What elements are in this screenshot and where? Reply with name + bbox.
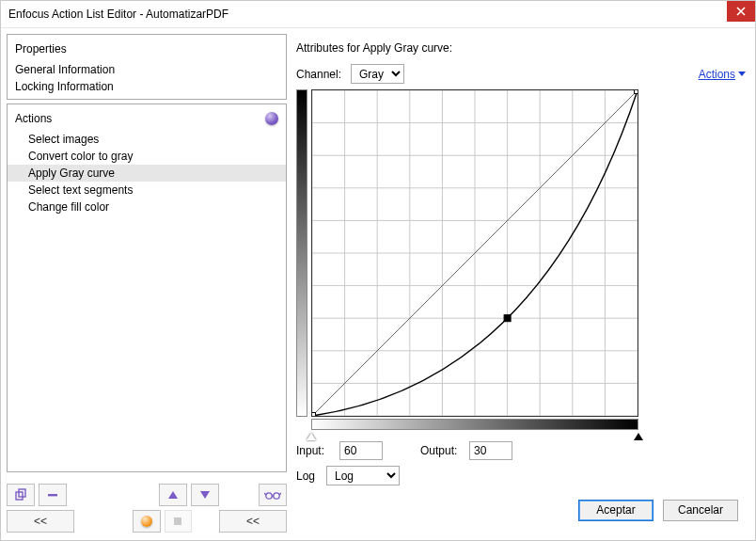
curve-svg — [312, 90, 638, 416]
sphere-purple-icon — [265, 112, 278, 125]
move-up-button[interactable] — [159, 484, 187, 506]
actions-list: Select images Convert color to gray Appl… — [8, 131, 286, 468]
action-item-select-text[interactable]: Select text segments — [8, 182, 286, 199]
body: Properties General Information Locking I… — [1, 28, 755, 540]
actions-panel: Actions Select images Convert color to g… — [7, 103, 287, 472]
curve-plot[interactable] — [311, 89, 638, 417]
duplicate-button[interactable] — [7, 484, 35, 506]
close-button[interactable] — [727, 1, 755, 22]
actions-link-label: Actions — [699, 68, 735, 81]
prev-action-button[interactable]: << — [219, 510, 287, 533]
properties-panel: Properties General Information Locking I… — [7, 34, 287, 100]
svg-rect-30 — [504, 315, 511, 322]
properties-head[interactable]: Properties — [8, 39, 286, 61]
black-point-slider[interactable] — [634, 433, 643, 440]
triangle-up-icon — [167, 489, 179, 501]
duplicate-icon — [14, 488, 27, 501]
vertical-gradient — [296, 89, 307, 417]
record-button[interactable] — [133, 510, 160, 533]
stop-icon — [173, 517, 182, 526]
curve-area — [292, 89, 749, 417]
action-item-change-fill[interactable]: Change fill color — [8, 199, 286, 215]
move-down-button[interactable] — [191, 484, 219, 506]
properties-item-locking[interactable]: Locking Information — [8, 78, 286, 95]
glasses-button[interactable] — [259, 484, 287, 506]
close-icon — [736, 7, 746, 16]
minus-icon — [46, 488, 59, 501]
h-gradient-row — [292, 417, 749, 436]
actions-menu-link[interactable]: Actions — [699, 68, 746, 81]
left-column: Properties General Information Locking I… — [7, 34, 287, 534]
prev-group-button[interactable]: << — [7, 510, 74, 533]
actions-head-label: Actions — [15, 112, 52, 125]
accept-button[interactable]: Aceptar — [578, 500, 654, 521]
actions-head[interactable]: Actions — [8, 108, 286, 131]
glasses-icon — [264, 489, 281, 501]
log-row: Log Log — [292, 466, 749, 491]
window-title: Enfocus Action List Editor - Automatizar… — [8, 8, 228, 21]
action-item-apply-gray-curve[interactable]: Apply Gray curve — [8, 165, 286, 182]
dialog-footer: Aceptar Cancelar — [292, 491, 749, 534]
remove-button[interactable] — [39, 484, 67, 506]
triangle-down-icon — [199, 489, 211, 501]
white-point-slider[interactable] — [307, 433, 316, 440]
right-column: Attributes for Apply Gray curve: Channel… — [292, 34, 749, 534]
channel-label: Channel: — [296, 68, 345, 81]
horizontal-gradient[interactable] — [311, 419, 638, 430]
input-field[interactable] — [339, 441, 383, 460]
channel-select[interactable]: Gray — [351, 64, 404, 84]
properties-item-general[interactable]: General Information — [8, 61, 286, 78]
svg-point-4 — [274, 493, 279, 499]
editor-window: Enfocus Action List Editor - Automatizar… — [0, 0, 756, 541]
stop-button[interactable] — [165, 510, 192, 533]
svg-rect-31 — [635, 90, 638, 94]
action-item-convert-gray[interactable]: Convert color to gray — [8, 148, 286, 165]
svg-rect-29 — [312, 413, 316, 417]
svg-point-3 — [266, 493, 272, 499]
left-toolbar: << << — [7, 476, 287, 534]
chevron-down-icon — [738, 72, 746, 76]
output-field[interactable] — [469, 441, 512, 460]
cancel-button[interactable]: Cancelar — [663, 500, 738, 521]
sphere-orange-icon — [141, 516, 152, 527]
titlebar: Enfocus Action List Editor - Automatizar… — [1, 1, 755, 28]
log-label: Log — [296, 469, 321, 483]
channel-row: Channel: Gray Actions — [292, 64, 749, 89]
input-label: Input: — [296, 444, 334, 457]
action-item-select-images[interactable]: Select images — [8, 131, 286, 148]
svg-rect-5 — [174, 517, 181, 525]
attributes-title: Attributes for Apply Gray curve: — [292, 34, 749, 64]
svg-rect-2 — [48, 494, 57, 496]
log-select[interactable]: Log — [326, 466, 400, 485]
output-label: Output: — [420, 444, 464, 457]
io-row: Input: Output: — [292, 436, 749, 466]
